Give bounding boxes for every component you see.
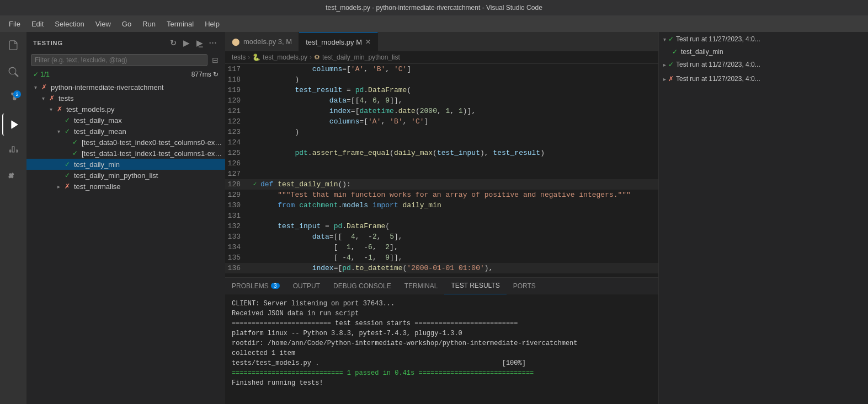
code-line-126: 126 (225, 158, 658, 169)
tree-item-test_daily_mean[interactable]: ▾✓test_daily_mean (26, 126, 225, 137)
tree-chevron-test_daily_mean: ▾ (54, 128, 63, 134)
code-line-132: 132 test_input = pd.DataFrame( (225, 221, 658, 231)
run-all-tests-button[interactable]: ▶ (181, 37, 192, 49)
tree-item-test_models[interactable]: ▾✗test_models.py (26, 104, 225, 115)
right-panel-run2-label: Test run at 11/27/2023, 4:0... (676, 61, 760, 68)
code-line-120: 120 data=[[4, 6, 9]], (225, 95, 658, 106)
right-panel-chevron-1: ▾ (663, 36, 666, 42)
refresh-tests-button[interactable]: ↻ (168, 37, 179, 49)
right-panel-test-daily-min[interactable]: ✓ test_daily_min (659, 46, 868, 57)
terminal-line-5: rootdir: /home/ann/Code/Python-intermedi… (232, 338, 652, 348)
activity-extensions[interactable] (2, 166, 24, 188)
tree-item-test_daily_min[interactable]: ✓test_daily_min▶▶̲⬚ (26, 159, 225, 170)
tree-item-root[interactable]: ▾✗python-intermediate-rivercatchment (26, 82, 225, 93)
right-panel-run1[interactable]: ▾ ✓ Test run at 11/27/2023, 4:0... (659, 32, 868, 46)
right-panel-run2[interactable]: ▸ ✓ Test run at 11/27/2023, 4:0... (659, 57, 868, 72)
menu-bar: File Edit Selection View Go Run Terminal… (0, 15, 868, 32)
menu-terminal[interactable]: Terminal (162, 18, 198, 30)
activity-source-control[interactable]: 2 (2, 87, 24, 109)
code-line-124: 124 (225, 137, 658, 148)
right-panel-test-daily-min-label: test_daily_min (681, 48, 723, 56)
tree-status-tests: ✗ (47, 94, 56, 103)
terminal-line-1: CLIENT: Server listening on port 37643..… (232, 299, 652, 309)
panel-tab-ports[interactable]: PORTS (507, 278, 542, 294)
terminal-line-4: platform linux -- Python 3.8.3, pytest-7… (232, 328, 652, 338)
code-line-123: 123 ) (225, 127, 658, 137)
tree-status-test_daily_min_python_list: ✓ (63, 171, 72, 180)
tab-test-models-close[interactable]: ✕ (365, 38, 371, 46)
tab-bar: ⬤ models.py 3, M test_models.py M ✕ (225, 32, 658, 51)
panel-tab-terminal[interactable]: TERMINAL (398, 278, 445, 294)
sidebar-header-actions: ↻ ▶ ▶̲ ··· (168, 37, 219, 49)
tree-item-test_daily_max[interactable]: ✓test_daily_max (26, 115, 225, 126)
code-line-133: 133 data=[[ 4, -2, 5], (225, 231, 658, 242)
activity-explorer[interactable] (2, 34, 24, 56)
tree-label-tests: tests (58, 94, 225, 103)
code-line-118: 118 ) (225, 74, 658, 85)
tree-item-test_data1[interactable]: ✓[test_data1-test_index1-test_columns1-e… (26, 148, 225, 159)
tree-chevron-root: ▾ (31, 84, 40, 90)
tree-label-test_data0: [test_data0-test_index0-test_columns0-ex… (82, 138, 225, 147)
panel-tab-test-results[interactable]: TEST RESULTS (444, 278, 506, 294)
filter-input[interactable] (31, 54, 207, 66)
menu-view[interactable]: View (91, 18, 115, 30)
tree-status-test_models: ✗ (55, 105, 64, 114)
right-panel-run3[interactable]: ▸ ✗ Test run at 11/27/2023, 4:0... (659, 72, 868, 86)
breadcrumb-test-models[interactable]: test_models.py (263, 53, 307, 61)
tab-test-models-label: test_models.py M (306, 38, 362, 46)
menu-help[interactable]: Help (200, 18, 224, 30)
activity-search[interactable] (2, 61, 24, 83)
tree-status-test_normalise: ✗ (63, 182, 72, 191)
terminal-line-6: collected 1 item (232, 348, 652, 358)
run-with-coverage-button[interactable]: ▶̲ (194, 37, 205, 49)
breadcrumb-tests[interactable]: tests (232, 53, 246, 61)
tree-status-test_daily_mean: ✓ (63, 127, 72, 136)
tree-label-test_daily_min: test_daily_min (74, 160, 225, 169)
tree-chevron-tests: ▾ (39, 95, 47, 101)
tab-models[interactable]: ⬤ models.py 3, M (225, 32, 299, 51)
panel-tabs: PROBLEMS 3 OUTPUT DEBUG CONSOLE TERMINAL… (225, 278, 658, 294)
right-panel-pass-icon-2: ✓ (672, 48, 678, 56)
editor-area: ⬤ models.py 3, M test_models.py M ✕ test… (225, 32, 658, 404)
tree-item-test_normalise[interactable]: ▸✗test_normalise (26, 181, 225, 192)
filter-icon[interactable]: ⊟ (210, 55, 221, 66)
tree-label-test_daily_max: test_daily_max (74, 116, 225, 125)
menu-selection[interactable]: Selection (50, 18, 88, 30)
tree-status-test_daily_min: ✓ (63, 160, 72, 169)
tree-status-test_data1: ✓ (71, 149, 79, 158)
panel-content[interactable]: CLIENT: Server listening on port 37643..… (225, 294, 658, 404)
tree-item-tests[interactable]: ▾✗tests (26, 93, 225, 104)
menu-go[interactable]: Go (118, 18, 136, 30)
panel-tab-output[interactable]: OUTPUT (286, 278, 327, 294)
panel-tab-debug-console[interactable]: DEBUG CONSOLE (327, 278, 398, 294)
code-line-129: 129 """Test that min function works for … (225, 190, 658, 200)
code-line-134: 134 [ 1, -6, 2], (225, 242, 658, 252)
tree-label-test_daily_mean: test_daily_mean (74, 127, 225, 136)
tree-status-test_data0: ✓ (71, 138, 79, 147)
activity-run-debug[interactable] (2, 114, 24, 136)
menu-run[interactable]: Run (138, 18, 160, 30)
menu-file[interactable]: File (4, 18, 25, 30)
tree-item-test_data0[interactable]: ✓[test_data0-test_index0-test_columns0-e… (26, 137, 225, 148)
more-actions-button[interactable]: ··· (207, 37, 219, 49)
terminal-line-11: Finished running tests! (232, 378, 652, 388)
activity-testing[interactable] (2, 140, 24, 162)
sidebar-header: TESTING ↻ ▶ ▶̲ ··· (26, 32, 225, 52)
tree-label-test_normalise: test_normalise (74, 182, 225, 191)
breadcrumb-test-daily-min-python-list[interactable]: test_daily_min_python_list (322, 53, 400, 61)
menu-edit[interactable]: Edit (27, 18, 48, 30)
code-line-122: 122 columns=['A', 'B', 'C'] (225, 116, 658, 127)
right-panel-pass-icon-3: ✓ (668, 61, 674, 68)
panel-tab-problems[interactable]: PROBLEMS 3 (225, 278, 286, 294)
tree-item-test_daily_min_python_list[interactable]: ✓test_daily_min_python_list (26, 170, 225, 181)
tree-status-test_daily_max: ✓ (63, 116, 72, 125)
code-line-117: 117 columns=['A', 'B', 'C'] (225, 64, 658, 74)
code-line-136: 136 index=[pd.to_datetime('2000-01-01 01… (225, 263, 658, 273)
right-panel-run1-label: Test run at 11/27/2023, 4:0... (676, 35, 760, 43)
code-editor[interactable]: 117 columns=['A', 'B', 'C'] 118 ) 119 te… (225, 64, 658, 277)
tree-chevron-test_models: ▾ (46, 106, 55, 112)
title-bar: test_models.py - python-intermediate-riv… (0, 0, 868, 15)
tab-test-models[interactable]: test_models.py M ✕ (299, 32, 378, 51)
right-panel-run3-label: Test run at 11/27/2023, 4:0... (676, 75, 760, 83)
refresh-button[interactable]: ↻ (213, 71, 219, 78)
